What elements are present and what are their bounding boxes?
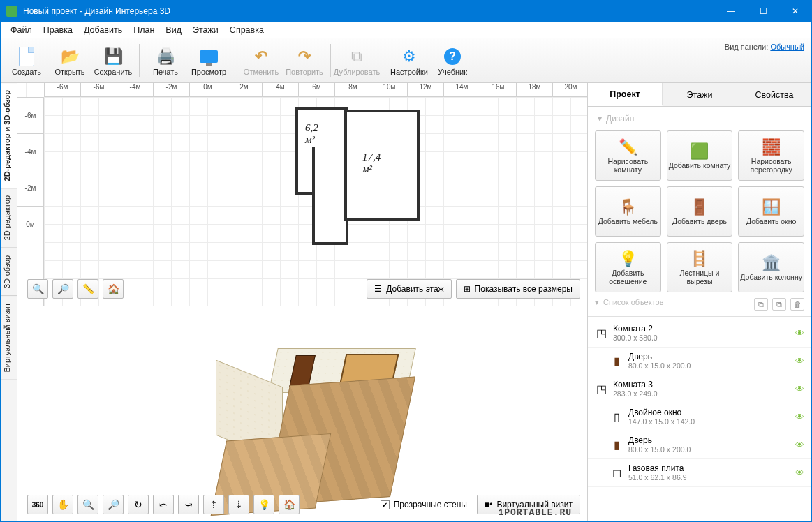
tool-add-light[interactable]: 💡Добавить освещение [595, 242, 661, 292]
app-window: Новый проект - Дизайн Интерьера 3D — ☐ ✕… [0, 0, 812, 522]
tool-add-column[interactable]: 🏛️Добавить колонну [738, 242, 804, 292]
tab-floors[interactable]: Этажи [663, 83, 737, 106]
tree-row[interactable]: ▯Двойное окно147.0 x 15.0 x 142.0👁 [588, 403, 811, 431]
tb-tutorial[interactable]: ?Учебник [431, 40, 474, 81]
zoom-out-button[interactable]: 🔍 [27, 279, 48, 299]
duplicate-icon: ⧉ [346, 45, 368, 68]
tab-properties[interactable]: Свойства [737, 83, 811, 106]
object-tree[interactable]: ◳Комната 2300.0 x 580.0👁▮Дверь80.0 x 15.… [588, 316, 811, 521]
rotate-left-button[interactable]: ⤺ [153, 495, 174, 514]
tool-add-door[interactable]: 🚪Добавить дверь [667, 186, 733, 237]
add-room-icon: 🟩 [690, 142, 709, 161]
tilt-down-button[interactable]: ⇣ [228, 495, 249, 514]
tool-draw-room[interactable]: ✏️Нарисовать комнату [595, 130, 661, 181]
home-button[interactable]: 🏠 [103, 279, 124, 299]
copy-icon[interactable]: ⧉ [772, 298, 786, 311]
tb-new[interactable]: Создать [5, 40, 48, 81]
pane-3d[interactable]: 360 ✋ 🔍 🔎 ↻ ⤺ ⤻ ⇡ ⇣ 💡 🏠 ✔ Прозрачные сте… [17, 306, 587, 521]
zoom-in-button[interactable]: 🔎 [52, 279, 73, 299]
menu-floors[interactable]: Этажи [187, 23, 224, 37]
tb-open[interactable]: 📂Открыть [48, 40, 91, 81]
panel-type-link[interactable]: Обычный [770, 43, 804, 51]
light-button[interactable]: 💡 [253, 495, 274, 514]
tab-project[interactable]: Проект [588, 83, 663, 106]
undo-icon: ↶ [250, 45, 272, 68]
side-tab-2d[interactable]: 2D-редактор [1, 188, 17, 248]
room-a-label: 6,2 м² [305, 122, 318, 146]
menu-add[interactable]: Добавить [78, 23, 128, 37]
zoom-in-3d-button[interactable]: 🔎 [103, 495, 124, 514]
tool-add-window[interactable]: 🪟Добавить окно [738, 186, 804, 237]
orbit-360-button[interactable]: 360 [27, 495, 48, 514]
menu-view[interactable]: Вид [160, 23, 187, 37]
item-text: Двойное окно147.0 x 15.0 x 142.0 [628, 408, 795, 426]
section-objects: ▾ Список объектов ⧉ ⧉ 🗑 [588, 295, 811, 316]
file-icon [19, 47, 34, 66]
visibility-icon[interactable]: 👁 [795, 328, 804, 338]
chair-icon: 🪑 [619, 197, 637, 217]
tool-draw-partition[interactable]: 🧱Нарисовать перегородку [738, 130, 804, 181]
rotate-right-button[interactable]: ⤻ [178, 495, 199, 514]
menu-file[interactable]: Файл [5, 23, 38, 37]
visibility-icon[interactable]: 👁 [795, 440, 804, 450]
item-text: Дверь80.0 x 15.0 x 200.0 [628, 352, 795, 371]
tb-preview[interactable]: Просмотр [187, 40, 230, 81]
bulb-icon: 💡 [619, 249, 637, 269]
tool-grid: ✏️Нарисовать комнату 🟩Добавить комнату 🧱… [588, 126, 811, 295]
zoom-out-3d-button[interactable]: 🔍 [77, 495, 98, 514]
tool-stairs[interactable]: 🪜Лестницы и вырезы [667, 242, 733, 292]
visibility-icon[interactable]: 👁 [795, 412, 804, 422]
tb-print[interactable]: 🖨️Печать [144, 40, 187, 81]
app-icon [6, 6, 17, 17]
menu-edit[interactable]: Правка [38, 23, 78, 37]
close-button[interactable]: ✕ [779, 1, 811, 22]
menu-plan[interactable]: План [128, 23, 160, 37]
tb-settings[interactable]: ⚙Настройки [387, 40, 431, 81]
window-title: Новый проект - Дизайн Интерьера 3D [23, 6, 715, 16]
delete-icon[interactable]: 🗑 [790, 298, 804, 311]
printer-icon: 🖨️ [154, 45, 177, 68]
side-tab-visit[interactable]: Виртуальный визит [1, 296, 17, 380]
tb-save[interactable]: 💾Сохранить [91, 40, 135, 81]
transparent-walls-checkbox[interactable]: ✔ Прозрачные стены [381, 500, 467, 509]
model-3d [210, 331, 427, 513]
home-3d-button[interactable]: 🏠 [279, 495, 300, 514]
add-floor-button[interactable]: ☰Добавить этаж [367, 279, 451, 299]
tb-redo[interactable]: ↷Повторить [283, 40, 326, 81]
section-design: ▾Дизайн [588, 107, 811, 126]
help-icon: ? [441, 45, 464, 68]
menu-help[interactable]: Справка [224, 23, 270, 37]
tool-add-furniture[interactable]: 🪑Добавить мебель [595, 186, 661, 237]
minimize-button[interactable]: — [715, 1, 747, 22]
reset-view-button[interactable]: ↻ [128, 495, 149, 514]
tree-row[interactable]: ◻Газовая плита51.0 x 62.1 x 86.9👁 [588, 459, 811, 487]
virtual-visit-button[interactable]: ■•Виртуальный визит [477, 495, 580, 514]
tb-undo[interactable]: ↶Отменить [239, 40, 283, 81]
side-tab-2d3d[interactable]: 2D-редактор и 3D-обзор [1, 83, 17, 188]
chevron-down-icon: ▾ [598, 114, 602, 124]
pane-2d[interactable]: -6м-6м-4м-2м0м2м4м6м8м10м12м14м16м18м20м… [17, 83, 587, 306]
tree-row[interactable]: ▮Дверь80.0 x 15.0 x 200.0👁 [588, 431, 811, 459]
tree-row[interactable]: ▮Дверь80.0 x 15.0 x 200.0👁 [588, 348, 811, 375]
pan-button[interactable]: ✋ [52, 495, 73, 514]
measure-button[interactable]: 📏 [77, 279, 98, 299]
filter-icon[interactable]: ⧉ [754, 298, 768, 311]
tree-row[interactable]: ◳Комната 3283.0 x 249.0👁 [588, 375, 811, 403]
visibility-icon[interactable]: 👁 [795, 384, 804, 394]
show-dimensions-button[interactable]: ⊞Показывать все размеры [456, 279, 580, 299]
column-icon: 🏛️ [762, 253, 781, 273]
tree-row[interactable]: ◳Комната 2300.0 x 580.0👁 [588, 320, 811, 348]
maximize-button[interactable]: ☐ [747, 1, 779, 22]
canvas-area: -6м-6м-4м-2м0м2м4м6м8м10м12м14м16м18м20м… [17, 83, 588, 521]
visibility-icon[interactable]: 👁 [795, 356, 804, 366]
save-icon: 💾 [102, 45, 124, 68]
visibility-icon[interactable]: 👁 [795, 468, 804, 478]
side-tab-3d[interactable]: 3D-обзор [1, 248, 17, 296]
tilt-up-button[interactable]: ⇡ [203, 495, 224, 514]
tb-duplicate[interactable]: ⧉Дублировать [335, 40, 378, 81]
item-icon: ▮ [607, 438, 626, 452]
toolbar: Создать 📂Открыть 💾Сохранить 🖨️Печать Про… [1, 38, 811, 83]
titlebar[interactable]: Новый проект - Дизайн Интерьера 3D — ☐ ✕ [1, 1, 811, 22]
bricks-icon: 🧱 [762, 137, 781, 157]
tool-add-room[interactable]: 🟩Добавить комнату [667, 130, 733, 181]
